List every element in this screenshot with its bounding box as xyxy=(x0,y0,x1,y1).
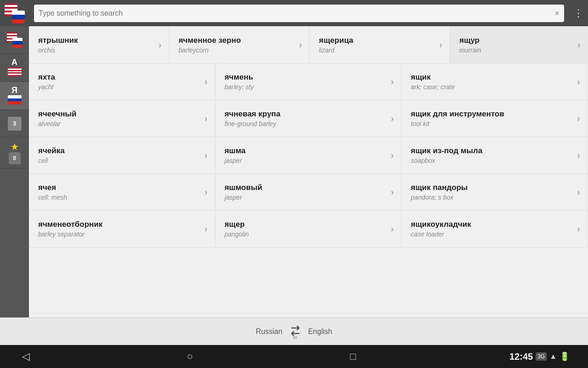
chevron-right-icon: › xyxy=(158,40,162,50)
list-item[interactable]: ящур murrain › xyxy=(450,26,588,63)
word-content: ящик из-под мыла soapbox xyxy=(411,146,573,164)
chevron-right-icon: › xyxy=(204,224,208,234)
word-secondary: lizard xyxy=(319,46,435,54)
list-item[interactable]: ячмень barley; sty › xyxy=(215,63,402,100)
word-secondary: ark; case; crate xyxy=(411,83,573,91)
word-content: яшмовый jasper xyxy=(225,183,387,201)
list-item[interactable]: ятрышник orchis › xyxy=(29,26,170,63)
sidebar-item-a-en[interactable]: A xyxy=(0,54,29,82)
status-area: 12:45 3G ▲ 🔋 xyxy=(509,351,570,362)
list-item[interactable]: ящик ark; case; crate › xyxy=(401,63,588,100)
word-content: ящик ark; case; crate xyxy=(411,73,573,91)
sidebar-star-icon: ★ xyxy=(11,141,19,152)
word-secondary: jasper xyxy=(225,194,387,201)
word-secondary: pandora; s box xyxy=(411,194,573,201)
word-content: ящер pangolin xyxy=(225,220,387,238)
word-content: ячеечный alveolar xyxy=(38,109,201,127)
word-content: яшма jasper xyxy=(225,146,387,164)
word-secondary: orchis xyxy=(38,46,155,54)
chevron-right-icon: › xyxy=(204,187,208,197)
chevron-right-icon: › xyxy=(577,40,581,50)
word-content: ящур murrain xyxy=(459,36,574,54)
word-primary: ящик пандоры xyxy=(411,183,573,192)
sidebar-flag-ru xyxy=(12,38,23,48)
word-primary: яхта xyxy=(38,73,201,82)
sidebar-ru-flag xyxy=(8,95,22,104)
top-row: ятрышник orchis › ячменное зерно barleyc… xyxy=(29,26,588,63)
word-primary: ячея xyxy=(38,183,201,192)
network-badge: 3G xyxy=(536,352,547,361)
word-primary: ящерица xyxy=(319,36,435,45)
chevron-right-icon: › xyxy=(391,113,394,124)
word-content: яхта yacht xyxy=(38,73,201,91)
recents-button[interactable]: □ xyxy=(346,347,360,366)
list-item[interactable]: ячменное зерно barleycorn › xyxy=(170,26,310,63)
sidebar-badge-3: 3 xyxy=(8,117,22,131)
word-primary: ящикоукладчик xyxy=(411,220,573,229)
sidebar-item-0-star[interactable]: ★ 0 xyxy=(0,138,29,168)
chevron-right-icon: › xyxy=(204,76,208,87)
sidebar-badge-0: 0 xyxy=(9,152,21,164)
list-item[interactable]: ячейка cell › xyxy=(29,137,215,174)
word-content: ящикоукладчик case loader xyxy=(411,220,573,238)
word-secondary: jasper xyxy=(225,157,387,164)
word-primary: ятрышник xyxy=(38,36,155,45)
list-item[interactable]: ящик пандоры pandora; s box › xyxy=(401,174,588,211)
word-secondary: murrain xyxy=(459,46,574,54)
chevron-right-icon: › xyxy=(391,224,394,234)
word-primary: ящик для инструментов xyxy=(411,109,573,119)
word-secondary: yacht xyxy=(38,83,201,91)
more-options-icon[interactable]: ⋮ xyxy=(573,7,583,19)
chevron-right-icon: › xyxy=(391,150,394,161)
search-clear-icon[interactable]: × xyxy=(554,9,560,17)
list-item[interactable]: ящик из-под мыла soapbox › xyxy=(401,137,588,174)
list-item[interactable]: ящик для инструментов tool kit › xyxy=(401,100,588,137)
sidebar-item-flags[interactable] xyxy=(0,26,29,54)
list-item[interactable]: ячея cell; mesh › xyxy=(29,174,215,211)
word-content: ячменеотборник barley separator xyxy=(38,220,201,238)
app-logo[interactable] xyxy=(5,3,25,23)
word-primary: ящик xyxy=(411,73,573,82)
bottom-bar: Russian to English xyxy=(0,317,588,345)
sidebar-en-flag xyxy=(8,67,22,76)
list-item[interactable]: яшмовый jasper › xyxy=(215,174,402,211)
word-list: ятрышник orchis › ячменное зерно barleyc… xyxy=(29,26,588,317)
chevron-right-icon: › xyxy=(577,187,580,197)
word-secondary: pangolin xyxy=(225,230,387,238)
home-button[interactable]: ○ xyxy=(183,347,197,366)
system-nav-bar: ◁ ○ □ 12:45 3G ▲ 🔋 xyxy=(0,345,588,368)
list-item[interactable]: ячменеотборник barley separator › xyxy=(29,211,215,247)
language-to-label: English xyxy=(308,328,332,336)
word-content: ячейка cell xyxy=(38,146,201,164)
chevron-right-icon: › xyxy=(577,113,580,124)
search-input[interactable] xyxy=(39,9,551,17)
back-button[interactable]: ◁ xyxy=(18,347,34,366)
word-secondary: cell; mesh xyxy=(38,194,201,201)
list-item[interactable]: яшма jasper › xyxy=(215,137,402,174)
list-item[interactable]: яхта yacht › xyxy=(29,63,215,100)
chevron-right-icon: › xyxy=(577,150,580,161)
word-primary: ящур xyxy=(459,36,574,45)
word-primary: яшма xyxy=(225,146,387,155)
word-primary: ящер xyxy=(225,220,387,229)
list-item[interactable]: ячеечный alveolar › xyxy=(29,100,215,137)
word-primary: ячмень xyxy=(225,73,387,82)
sidebar-item-ya-ru[interactable]: Я xyxy=(0,82,29,110)
word-secondary: barley separator xyxy=(38,230,201,238)
list-item[interactable]: ячневая крупа fine-ground barley › xyxy=(215,100,402,137)
word-content: ячея cell; mesh xyxy=(38,183,201,201)
list-item[interactable]: ящерица lizard › xyxy=(310,26,450,63)
word-content: ящерица lizard xyxy=(319,36,435,54)
sidebar: A Я 3 ★ 0 xyxy=(0,26,29,317)
word-primary: ячменное зерно xyxy=(179,36,295,45)
sidebar-item-3[interactable]: 3 xyxy=(0,110,29,138)
list-item[interactable]: ящер pangolin › xyxy=(215,211,402,247)
word-primary: ячменеотборник xyxy=(38,220,201,229)
word-content: ячмень barley; sty xyxy=(225,73,387,91)
word-content: ячневая крупа fine-ground barley xyxy=(225,109,387,127)
word-secondary: tool kit xyxy=(411,120,573,127)
main-area: A Я 3 ★ 0 ятрышник orch xyxy=(0,26,588,317)
sidebar-letter-a: A xyxy=(11,58,17,67)
list-item[interactable]: ящикоукладчик case loader › xyxy=(401,211,588,247)
to-label: to xyxy=(293,334,297,340)
